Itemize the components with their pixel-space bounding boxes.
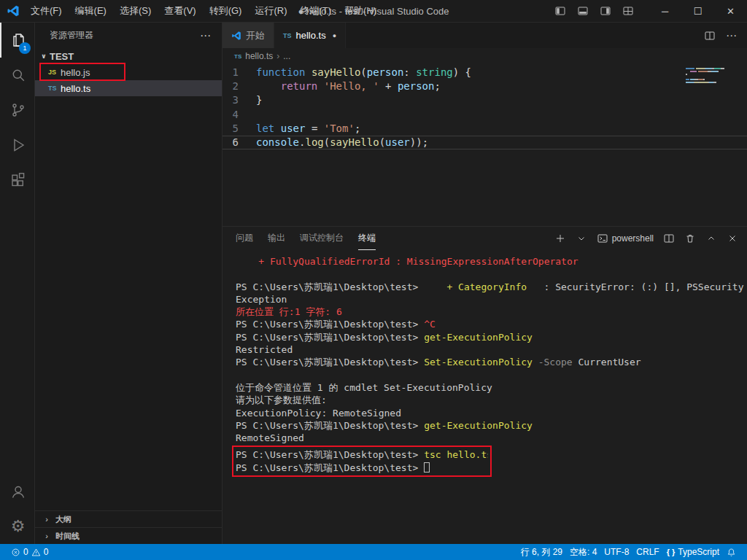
terminal-line: PS C:\Users\苏凯瑞1\Desktop\test> ^C — [236, 318, 747, 330]
file-tree: ∨ TEST JShello.jsTShello.ts — [35, 48, 222, 96]
cursor-position[interactable]: 行 6, 列 29 — [517, 546, 566, 559]
code-line-4[interactable]: 4 — [222, 108, 747, 122]
terminal-line: Restricted — [236, 343, 747, 356]
folder-row-test[interactable]: ∨ TEST — [35, 48, 222, 64]
terminal-dropdown-icon[interactable] — [576, 233, 587, 244]
code-line-5[interactable]: 5let user = 'Tom'; — [222, 122, 747, 136]
chevron-right-icon: › — [276, 51, 279, 61]
minimize-button[interactable]: ─ — [649, 1, 681, 22]
activity-source-control[interactable] — [0, 93, 34, 128]
activity-search[interactable] — [0, 58, 34, 93]
encoding[interactable]: UTF-8 — [600, 547, 632, 557]
tab-welcome[interactable]: 开始 — [222, 23, 274, 48]
file-item-hello.ts[interactable]: TShello.ts — [35, 80, 222, 96]
language-mode[interactable]: { } TypeScript — [663, 547, 723, 557]
sidebar-explorer: 资源管理器 ⋯ ∨ TEST JShello.jsTShello.ts › 大纲… — [35, 23, 222, 544]
terminal-icon — [597, 233, 608, 244]
split-terminal-icon[interactable] — [663, 233, 675, 244]
terminal-profile-label: powershell — [612, 233, 654, 244]
toggle-panel-icon[interactable] — [577, 5, 589, 17]
chevron-right-icon: › — [41, 515, 53, 524]
tab-welcome-label: 开始 — [246, 29, 265, 42]
terminal-line: RemoteSigned — [236, 432, 747, 444]
kill-terminal-icon[interactable] — [684, 233, 696, 244]
line-number: 1 — [222, 66, 256, 79]
activity-accounts[interactable] — [0, 474, 34, 509]
close-button[interactable]: ✕ — [714, 1, 747, 22]
indentation[interactable]: 空格: 4 — [566, 546, 600, 559]
menu-item[interactable]: 转到(G) — [203, 0, 249, 22]
activity-bar: 1 ⚙ — [0, 23, 35, 544]
more-actions-icon[interactable]: ⋯ — [726, 29, 737, 42]
file-tree-items: JShello.jsTShello.ts — [35, 64, 222, 96]
line-number: 6 — [222, 136, 256, 149]
code-line-6[interactable]: 6console.log(sayHello(user)); — [222, 136, 747, 149]
eol-sequence[interactable]: CRLF — [632, 547, 662, 557]
menu-item[interactable]: 运行(R) — [248, 0, 293, 22]
braces-icon: { } — [667, 548, 676, 556]
vscode-logo-icon — [231, 31, 241, 41]
account-icon — [9, 483, 27, 500]
terminal-line: ExecutionPolicy: RemoteSigned — [236, 407, 747, 419]
panel-tab[interactable]: 终端 — [358, 227, 376, 250]
panel-header: 问题输出调试控制台终端 powershell — [222, 227, 747, 250]
terminal-line: PS C:\Users\苏凯瑞1\Desktop\test> tsc hello… — [236, 448, 488, 461]
menu-item[interactable]: 编辑(E) — [69, 0, 113, 22]
outline-label: 大纲 — [55, 514, 71, 525]
timeline-label: 时间线 — [55, 531, 80, 542]
toggle-secondary-sidebar-icon[interactable] — [600, 5, 611, 17]
dirty-indicator-icon: ● — [333, 32, 336, 39]
panel-tab[interactable]: 输出 — [268, 227, 285, 250]
terminal-line — [236, 369, 747, 381]
maximize-panel-icon[interactable] — [705, 233, 717, 244]
outline-section[interactable]: › 大纲 — [35, 510, 222, 527]
close-panel-icon[interactable] — [727, 233, 738, 244]
code-line-1[interactable]: 1function sayHello(person: string) { — [222, 66, 747, 79]
breadcrumb-more[interactable]: ... — [283, 51, 290, 61]
customize-layout-icon[interactable] — [622, 5, 634, 17]
panel-tab[interactable]: 调试控制台 — [300, 227, 344, 250]
code-editor[interactable]: 1function sayHello(person: string) {2 re… — [222, 64, 747, 226]
bell-icon — [727, 548, 736, 557]
terminal-output: + FullyQualifiedErrorId : MissingExpress… — [236, 255, 747, 444]
terminal-view[interactable]: + FullyQualifiedErrorId : MissingExpress… — [222, 250, 747, 544]
menu-item[interactable]: 选择(S) — [113, 0, 158, 22]
toggle-sidebar-icon[interactable] — [554, 5, 566, 17]
error-count: 0 — [23, 547, 28, 557]
activity-explorer[interactable]: 1 — [0, 23, 34, 58]
breadcrumb-file[interactable]: hello.ts — [245, 51, 273, 61]
error-icon — [11, 548, 20, 557]
code-line-3[interactable]: 3} — [222, 93, 747, 107]
notifications[interactable] — [723, 548, 740, 557]
maximize-button[interactable]: ☐ — [681, 1, 714, 22]
breadcrumb[interactable]: TS hello.ts › ... — [222, 48, 747, 64]
split-editor-icon[interactable] — [704, 30, 716, 42]
activity-extensions[interactable] — [0, 163, 34, 198]
explorer-badge: 1 — [19, 42, 31, 54]
menu-item[interactable]: 查看(V) — [158, 0, 202, 22]
terminal-profile[interactable]: powershell — [597, 233, 654, 244]
activity-settings[interactable]: ⚙ — [0, 509, 34, 544]
gear-icon: ⚙ — [11, 518, 26, 534]
sidebar-header: 资源管理器 ⋯ — [35, 23, 222, 48]
sidebar-more-actions-icon[interactable]: ⋯ — [200, 29, 212, 42]
file-item-hello.js[interactable]: JShello.js — [35, 64, 222, 80]
tab-hello-ts[interactable]: TS hello.ts ● — [274, 23, 346, 48]
menu-item[interactable]: 文件(F) — [24, 0, 69, 22]
editor-tab-bar: 开始 TS hello.ts ● ⋯ — [222, 23, 747, 48]
code-text: let user = 'Tom'; — [256, 122, 360, 134]
minimap[interactable] — [686, 68, 737, 85]
code-text: return 'Hello, ' + person; — [256, 80, 441, 92]
terminal-line: PS C:\Users\苏凯瑞1\Desktop\test> get-Execu… — [236, 419, 747, 432]
terminal-line: PS C:\Users\苏凯瑞1\Desktop\test> Set-Execu… — [236, 356, 747, 368]
code-line-2[interactable]: 2 return 'Hello, ' + person; — [222, 79, 747, 93]
problems-status[interactable]: 0 0 — [7, 547, 52, 557]
new-terminal-icon[interactable] — [554, 233, 566, 244]
terminal-line: 请为以下参数提供值: — [236, 394, 747, 406]
panel-tab[interactable]: 问题 — [236, 227, 253, 250]
line-number: 5 — [222, 122, 256, 136]
timeline-section[interactable]: › 时间线 — [35, 527, 222, 544]
search-icon — [9, 66, 27, 84]
activity-run-debug[interactable] — [0, 128, 34, 163]
chevron-down-icon: ∨ — [38, 52, 50, 60]
